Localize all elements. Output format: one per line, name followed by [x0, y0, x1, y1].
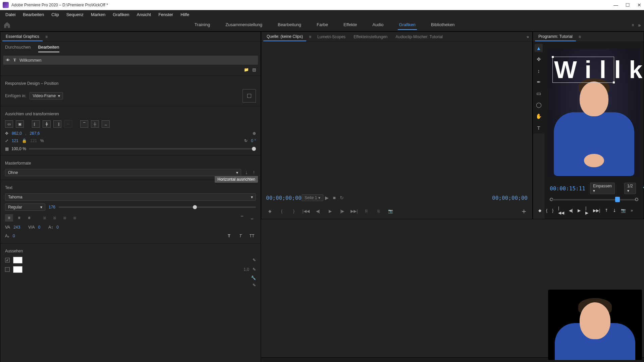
fill-eyedropper-icon[interactable]: ✎ [253, 258, 256, 262]
font-family-dropdown[interactable]: Tahoma▾ [5, 193, 256, 201]
menu-marken[interactable]: Marken [88, 11, 109, 18]
vertical-type-tool-icon[interactable]: ↕ [535, 67, 543, 75]
eg-panel-menu-icon[interactable]: ≡ [44, 35, 49, 39]
layer-name[interactable]: Willkommen [19, 58, 41, 63]
program-fit-dropdown[interactable]: Einpassen ▾ [590, 183, 615, 194]
faux-bold-button[interactable]: T [225, 232, 233, 240]
menu-clip[interactable]: Clip [48, 11, 62, 18]
faux-italic-button[interactable]: T [236, 232, 245, 240]
align-top-button[interactable]: ⎺ [80, 120, 88, 128]
align-right-button[interactable]: ⎹| [53, 120, 61, 128]
program-tab[interactable]: Programm: Tutorial [535, 33, 576, 41]
leading-value[interactable]: 0 [56, 225, 59, 230]
scale-value[interactable]: 121 [12, 138, 18, 143]
align-hcenter-button[interactable]: ╋ [43, 120, 51, 128]
workspace-edit-icon[interactable]: ≡ [632, 23, 634, 27]
prog-transport-overflow-icon[interactable]: » [631, 208, 633, 213]
rectangle-tool-icon[interactable]: ▭ [535, 89, 543, 98]
stroke-enable-checkbox[interactable] [5, 267, 10, 272]
program-resolution-dropdown[interactable]: 1/2 ▾ [624, 183, 636, 194]
rotation-icon[interactable]: ↻ [244, 138, 248, 143]
window-maximize-button[interactable]: ☐ [626, 2, 630, 8]
opacity-slider[interactable] [29, 148, 256, 149]
source-mark-out-icon[interactable]: } [290, 207, 298, 215]
layer-visibility-icon[interactable]: 👁 [6, 58, 10, 63]
baseline-value[interactable]: 0 [13, 234, 15, 238]
workspace-bearbeitung[interactable]: Bearbeitung [276, 20, 303, 30]
tab-effect-controls[interactable]: Effekteinstellungen [350, 33, 391, 41]
text-align-justify4-button[interactable]: ≣ [71, 214, 79, 222]
prog-step-fwd-icon[interactable]: |▶ [585, 207, 588, 214]
source-goto-in-icon[interactable]: |◀◀ [302, 207, 310, 215]
tracking-value[interactable]: 243 [13, 225, 20, 230]
master-sync-down-icon[interactable]: ⭳ [245, 170, 249, 175]
prog-export-frame-icon[interactable]: 📷 [621, 207, 626, 214]
text-layer-overlay[interactable]: Willkommen [552, 57, 614, 83]
text-align-right-button[interactable]: ≡ [25, 214, 33, 222]
prog-goto-out-icon[interactable]: ▶▶| [593, 207, 600, 214]
tab-audio-mixer[interactable]: Audioclip-Mischer: Tutorial [392, 33, 446, 41]
source-tab-menu-icon[interactable]: ≡ [308, 35, 313, 39]
eg-tab-browse[interactable]: Durchsuchen [5, 45, 31, 52]
prog-add-marker-icon[interactable]: ◆ [538, 207, 541, 214]
selection-tool-icon[interactable]: ▲ [535, 44, 543, 52]
font-size-value[interactable]: 176 [49, 205, 55, 209]
align-rect2-button[interactable]: ▣ [16, 120, 24, 128]
program-tc-current[interactable]: 00:00:15:11 [550, 185, 585, 192]
workspace-effekte[interactable]: Effekte [342, 20, 358, 30]
source-button-editor[interactable]: ＋ [520, 206, 528, 216]
program-scrubber[interactable] [550, 196, 638, 203]
prog-extract-icon[interactable]: ⤓ [613, 207, 616, 214]
source-step-back-icon[interactable]: ◀| [314, 207, 322, 215]
prog-playpause-icon[interactable]: ▶ [578, 207, 581, 214]
scale-lock-icon[interactable]: 🔒 [22, 138, 27, 143]
rotation-value[interactable]: 0 ° [251, 138, 256, 143]
source-tc-in[interactable]: 00;00;00;00 [266, 195, 302, 201]
stroke-width-value[interactable]: 1,0 [244, 267, 249, 272]
kerning-value[interactable]: 0 [38, 225, 41, 230]
source-page-dropdown[interactable]: Seite 1 ▾ [302, 194, 323, 201]
source-step-fwd-icon[interactable]: |▶ [338, 207, 346, 215]
source-loop-icon[interactable]: ↻ [338, 194, 345, 201]
program-settings-icon[interactable]: 🔧 [643, 186, 644, 191]
allcaps-button[interactable]: TT [248, 232, 256, 240]
source-overwrite-icon[interactable]: ⎗ [375, 207, 382, 215]
workspace-overflow-button[interactable]: » [638, 22, 641, 28]
text-align-justify3-button[interactable]: ≣ [61, 214, 69, 222]
pin-to-dropdown[interactable]: Video-Frame ▾ [30, 92, 63, 100]
fill-enable-checkbox[interactable] [5, 258, 10, 262]
window-close-button[interactable]: ✕ [637, 2, 641, 8]
font-style-dropdown[interactable]: Regular▾ [5, 203, 45, 211]
appearance-eyedropper-icon[interactable]: ✎ [253, 283, 256, 288]
fill-color-swatch[interactable] [13, 257, 22, 263]
menu-bearbeiten[interactable]: Bearbeiten [19, 11, 47, 18]
source-stop-icon[interactable]: ■ [331, 194, 338, 201]
pin-widget[interactable] [243, 89, 256, 103]
workspace-audio[interactable]: Audio [371, 20, 385, 30]
eg-panel-tab[interactable]: Essential Graphics [2, 33, 43, 41]
position-y-value[interactable]: 267,6 [30, 131, 40, 136]
prog-mark-out-icon[interactable]: } [552, 207, 553, 214]
ellipse-tool-icon[interactable]: ◯ [535, 101, 543, 109]
source-mark-in-icon[interactable]: { [278, 207, 285, 215]
master-styles-dropdown[interactable]: Ohne▾ [5, 169, 241, 176]
workspace-zusammenstellung[interactable]: Zusammenstellung [224, 20, 264, 30]
menu-hilfe[interactable]: Hilfe [177, 11, 193, 18]
source-add-marker-icon[interactable]: ◆ [266, 207, 273, 215]
vertical-align-bottom-button[interactable]: ⎽ [248, 214, 256, 222]
menu-grafiken[interactable]: Grafiken [109, 11, 132, 18]
eg-layer-row[interactable]: 👁 T Willkommen [3, 56, 258, 65]
menu-datei[interactable]: Datei [2, 11, 19, 18]
align-bottom-button[interactable]: ⎽ [102, 120, 110, 128]
stroke-eyedropper-icon[interactable]: ✎ [253, 267, 256, 272]
workspace-training[interactable]: Training [193, 20, 211, 30]
eg-tab-edit[interactable]: Bearbeiten [38, 45, 59, 52]
font-size-slider[interactable] [59, 206, 256, 208]
stroke-color-swatch[interactable] [13, 266, 22, 273]
prog-mark-in-icon[interactable]: { [546, 207, 547, 214]
prog-step-back-icon[interactable]: ◀| [569, 207, 573, 214]
text-align-center-button[interactable]: ≡ [15, 214, 23, 222]
master-sync-up-icon[interactable]: ⭱ [252, 170, 256, 175]
eg-new-group-icon[interactable]: 📁 [244, 67, 249, 72]
prog-button-editor[interactable]: ＋ [642, 205, 644, 216]
